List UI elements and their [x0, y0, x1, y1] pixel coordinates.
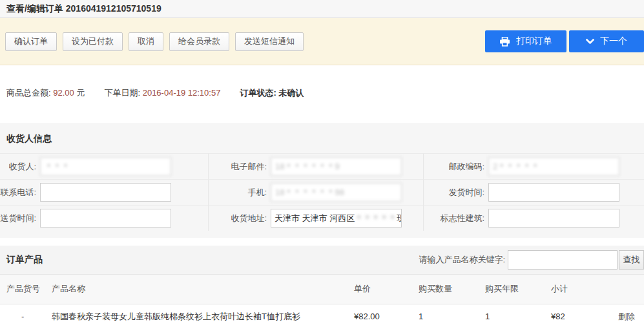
delete-product-link[interactable]: 删除: [618, 312, 635, 321]
field-mobile: 手机:: [208, 179, 423, 205]
field-phone: 联系电话:: [0, 179, 208, 205]
product-row: - 韩国春秋亲子装母女儿童韩版纯棉条纹衫上衣荷叶边长袖T恤打底衫 ¥82.00 …: [0, 304, 644, 329]
product-years: 1: [479, 304, 545, 329]
section-gap: [0, 238, 644, 246]
field-address: 收货地址: 天津市 天津市 河西区＊＊＊＊＊现: [208, 205, 423, 231]
mobile-input[interactable]: [271, 183, 402, 202]
address-redacted-segment: ＊＊＊＊＊: [355, 213, 397, 223]
field-delivery-time: 送货时间:: [0, 205, 208, 231]
field-ship-time: 发货时间:: [423, 179, 644, 205]
consignee-form: 收货人: 电子邮件: 邮政编码: 联系电话: 手机: 发货时间: 送货时间:: [0, 153, 644, 231]
col-years: 购买年限: [479, 275, 545, 304]
toolbar-right: 打印订单 下一个: [483, 30, 644, 52]
col-sku: 产品货号: [0, 275, 45, 304]
toolbar-actions: 确认订单 设为已付款 取消 给会员录款 发送短信通知: [5, 32, 309, 51]
page-title: 查看/编辑订单 2016041912105710519: [6, 3, 161, 15]
product-search-label: 请输入产品名称关键字:: [419, 254, 505, 266]
products-section-title: 订单产品: [6, 254, 43, 266]
printer-icon: [499, 37, 510, 47]
set-paid-button[interactable]: 设为已付款: [63, 32, 123, 51]
phone-input[interactable]: [40, 183, 171, 202]
field-consignee-name: 收货人:: [0, 153, 208, 179]
email-input[interactable]: [271, 157, 402, 176]
product-sku: -: [0, 304, 45, 329]
product-search: 请输入产品名称关键字: 查找: [419, 250, 644, 270]
order-date: 下单日期: 2016-04-19 12:10:57: [104, 87, 220, 99]
landmark-input[interactable]: [488, 209, 619, 228]
products-header-band: 订单产品 请输入产品名称关键字: 查找: [0, 246, 644, 275]
product-quantity: 1: [412, 304, 479, 329]
order-total-value: 92.00: [53, 88, 74, 98]
postcode-input[interactable]: [488, 157, 619, 176]
cancel-order-button[interactable]: 取消: [129, 32, 163, 51]
product-subtotal: ¥82: [545, 304, 607, 329]
col-product-name: 产品名称: [45, 275, 348, 304]
order-date-value: 2016-04-19 12:10:57: [143, 88, 221, 98]
product-name: 韩国春秋亲子装母女儿童韩版纯棉条纹衫上衣荷叶边长袖T恤打底衫: [45, 304, 348, 329]
print-order-label: 打印订单: [516, 36, 552, 47]
order-total: 商品总金额: 92.00 元: [6, 87, 85, 99]
order-status-value: 未确认: [278, 88, 304, 98]
ship-time-input[interactable]: [488, 183, 619, 202]
order-status: 订单状态: 未确认: [240, 87, 304, 99]
col-unit-price: 单价: [348, 275, 412, 304]
toolbar: 确认订单 设为已付款 取消 给会员录款 发送短信通知 打印订单 下一个: [0, 18, 644, 65]
consignee-section-title: 收货人信息: [0, 123, 644, 153]
search-button[interactable]: 查找: [619, 250, 644, 270]
delivery-time-input[interactable]: [40, 209, 171, 228]
product-search-input[interactable]: [508, 250, 618, 270]
record-member-payment-button[interactable]: 给会员录款: [169, 32, 229, 51]
product-price: ¥82.00: [348, 304, 412, 329]
field-email: 电子邮件:: [208, 153, 423, 179]
products-section: 订单产品 请输入产品名称关键字: 查找 产品货号 产品名称 单价 购买数量 购买…: [0, 246, 644, 329]
chevron-down-icon: [586, 39, 594, 45]
send-sms-button[interactable]: 发送短信通知: [235, 32, 304, 51]
field-landmark: 标志性建筑:: [423, 205, 644, 231]
next-order-button[interactable]: 下一个: [569, 30, 644, 52]
order-summary: 商品总金额: 92.00 元 下单日期: 2016-04-19 12:10:57…: [0, 65, 644, 123]
consignee-section: 收货人信息 收货人: 电子邮件: 邮政编码: 联系电话: 手机: 发货时间:: [0, 123, 644, 238]
col-subtotal: 小计: [545, 275, 607, 304]
address-input[interactable]: 天津市 天津市 河西区＊＊＊＊＊现: [271, 209, 402, 228]
products-table-header-row: 产品货号 产品名称 单价 购买数量 购买年限 小计: [0, 275, 644, 304]
col-quantity: 购买数量: [412, 275, 479, 304]
title-bar: 查看/编辑订单 2016041912105710519: [0, 0, 644, 18]
col-actions: [607, 275, 644, 304]
next-order-label: 下一个: [600, 36, 627, 47]
field-postcode: 邮政编码:: [423, 153, 644, 179]
consignee-name-input[interactable]: [40, 157, 171, 176]
products-table: 产品货号 产品名称 单价 购买数量 购买年限 小计 - 韩国春秋亲子装母女儿童韩…: [0, 275, 644, 329]
confirm-order-button[interactable]: 确认订单: [5, 32, 57, 51]
print-order-button[interactable]: 打印订单: [485, 30, 566, 52]
